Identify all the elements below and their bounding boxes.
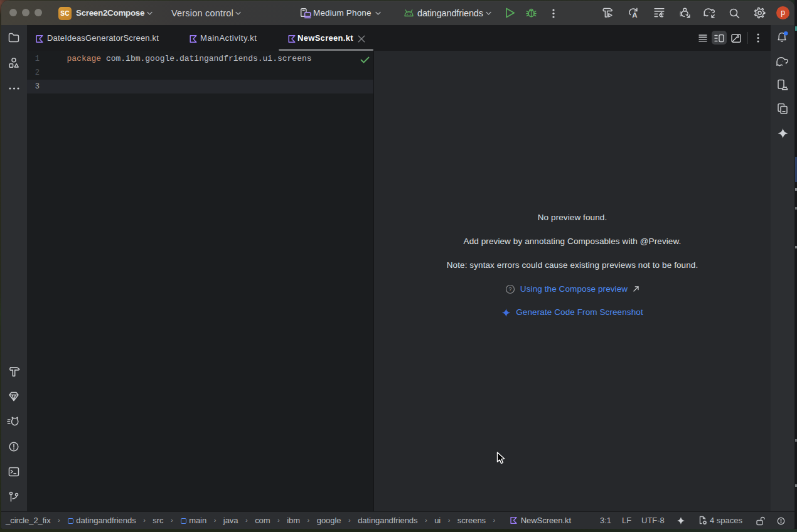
svg-text:?: ? bbox=[508, 286, 511, 292]
svg-text:A: A bbox=[632, 11, 637, 19]
